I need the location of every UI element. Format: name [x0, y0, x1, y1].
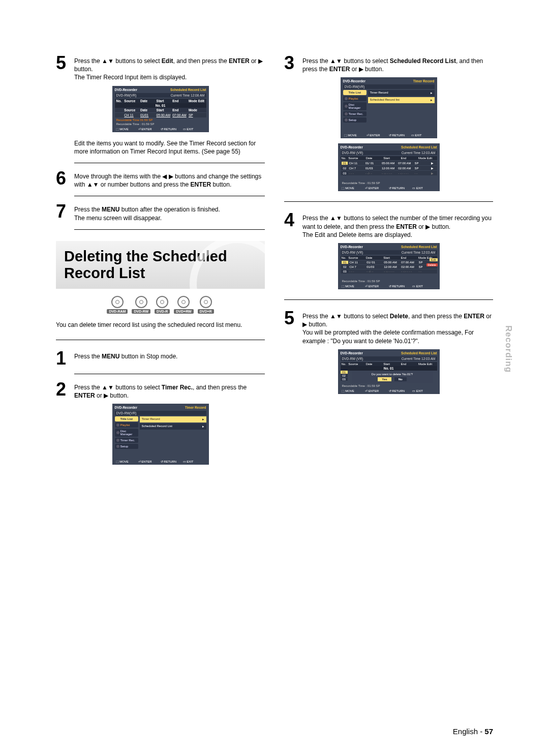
disc-type: DVD-RW (VR) [342, 151, 363, 155]
confirm-message: Do you want to delete 'No.01'? [372, 373, 413, 376]
sidebar-item-setup[interactable]: Setup [343, 117, 367, 123]
badge-dvd-r: DVD-R [155, 296, 170, 314]
osd-disc-row: DVD-RW(VR) Current Time 12:08 AM [115, 93, 206, 98]
t: buttons to select [114, 384, 162, 391]
yes-button[interactable]: Yes [378, 377, 391, 381]
t: Timer Rec. [162, 384, 193, 391]
recordable-time: Recordable Time : 01:59 SP [341, 180, 437, 185]
table-row[interactable]: 01 CH 11 01/ 01 05:00 AM 07:00 AM SP [341, 260, 437, 264]
c: Source [348, 256, 365, 259]
menu-item-timer-record[interactable]: Timer Record▸ [368, 90, 435, 96]
table-row[interactable]: 02 CH 7 01/03 12:00 AM 02:00 AM SP ▶ [341, 166, 437, 170]
play-icon: ▶ [104, 392, 108, 399]
sidebar-item-timer-rec[interactable]: Timer Rec. [343, 111, 367, 116]
updown-icon: ▲▼ [102, 57, 114, 65]
step-text: Press the ▲▼ buttons to select Delete, a… [302, 310, 493, 345]
popup-edit[interactable]: Edit [430, 258, 437, 261]
osd-footer: ⬚ MOVE ⏎ ENTER ↺ RETURN ▭ EXIT [115, 458, 206, 463]
osd-scheduled-record-input: DVD-Recorder Scheduled Record List DVD-R… [112, 86, 209, 132]
c: Date [140, 108, 157, 112]
badge-dvd-ram: DVD-RAM [107, 296, 128, 314]
osd-delete-confirm: DVD-RecorderScheduled Record List DVD-RW… [338, 349, 440, 394]
step-5: 5 Press the ▲▼ buttons to select Edit, a… [56, 55, 265, 82]
section-intro: You can delete timer record list using t… [56, 321, 265, 329]
bullet-icon [116, 445, 119, 448]
c: CH 11 [349, 162, 365, 165]
page-footer: English - 57 [453, 727, 493, 736]
play-icon: ▶ [258, 57, 263, 65]
sidebar-item-setup[interactable]: Setup [115, 444, 138, 449]
c: - -:- - - - [398, 172, 414, 175]
c: Source [124, 108, 140, 112]
disc-badges: DVD-RAM DVD-RW DVD-R DVD+RW DVD+R [56, 296, 265, 314]
label: Setup [349, 118, 357, 122]
badge-label: DVD+R [198, 309, 214, 314]
menu-item-scheduled-list[interactable]: Scheduled Record list▸ [368, 97, 435, 103]
t: buttons to select [342, 313, 390, 320]
disc-type: DVD-RW(VR) [345, 85, 365, 88]
current-time: Current Time 12:03 AM [402, 151, 436, 155]
table-row[interactable]: 01 CH 11 01/ 01 05:00 AM 07:00 AM SP ▶ [341, 161, 437, 165]
t: ENTER [464, 313, 484, 320]
sidebar-item-title-list[interactable]: Title List [115, 416, 138, 421]
t: Press the [74, 57, 102, 65]
hint-return: ↺ RETURN [389, 284, 413, 288]
sidebar-item-timer-rec[interactable]: Timer Rec. [115, 438, 138, 443]
c: No. [342, 362, 349, 366]
hint-move: ⬚ MOVE [116, 127, 138, 131]
t: buttons to select [342, 57, 390, 65]
chevron-right-icon: ▸ [202, 425, 204, 429]
t: or [250, 57, 258, 65]
hint-move: ⬚ MOVE [116, 460, 138, 463]
note-text: Edit the items you want to modify. See t… [56, 137, 265, 156]
chevron-right-icon: ▶ [431, 171, 436, 175]
current-time: Current Time 12:03 AM [402, 357, 436, 360]
step-number: 4 [284, 212, 297, 228]
sidebar-item-playlist[interactable]: Playlist [343, 96, 367, 101]
chevron-right-icon: ▸ [202, 417, 204, 421]
osd-subbar: No. 01 [115, 103, 206, 108]
row-no: 03 [341, 378, 348, 381]
t: buttons to select [114, 57, 162, 65]
chevron-right-icon: ▸ [431, 91, 433, 95]
sidebar-item-disc-manager[interactable]: Disc Manager [343, 102, 367, 110]
t: Move through the items with the [74, 173, 162, 180]
c: Start [157, 99, 173, 103]
c: 07:00 AM [401, 261, 418, 264]
updown-icon: ▲▼ [330, 313, 342, 320]
menu-item-timer-record[interactable]: Timer Record▸ [140, 416, 206, 422]
table-row[interactable]: 02 CH 7 01/03 12:00 AM 02:00 AM SP [341, 265, 437, 269]
disc-type: DVD-RW(VR) [116, 411, 137, 415]
osd-sidebar: Title List Playlist Disc Manager Timer R… [115, 416, 138, 449]
no-button[interactable]: No [394, 377, 407, 381]
c: 01/03 [367, 265, 384, 268]
c: CH 7 [349, 265, 367, 268]
divider [74, 374, 265, 374]
divider [74, 163, 265, 163]
left-column: 5 Press the ▲▼ buttons to select Edit, a… [56, 51, 265, 470]
sidebar-item-playlist[interactable]: Playlist [115, 422, 138, 428]
c: 03 [342, 270, 349, 273]
badge-label: DVD-R [155, 309, 170, 314]
popup-delete[interactable]: Delete [426, 263, 438, 266]
recordable-time: Recordable Time : 01:59 SP [115, 122, 206, 126]
disc-icon [156, 296, 168, 308]
t: Press the [74, 384, 102, 391]
t: , and then press the [173, 57, 229, 65]
table-row[interactable]: 03 - - - - -/- - - -:- - - - - -:- - - -… [341, 269, 437, 274]
table-header: No. Source Date Start End Mode Edit [341, 156, 437, 160]
menu-item-scheduled-list[interactable]: Scheduled Record List▸ [140, 424, 206, 430]
sidebar-item-title-list[interactable]: Title List [343, 90, 367, 95]
step-number: 6 [56, 170, 69, 187]
sidebar-item-disc-manager[interactable]: Disc Manager [115, 429, 138, 437]
c: - - [418, 270, 436, 273]
c: - -/- - [367, 270, 384, 273]
c: No. [116, 99, 125, 103]
confirm-dialog: Do you want to delete 'No.01'? Yes No [352, 371, 433, 383]
osd-title-bar: DVD-Recorder Scheduled Record List [115, 88, 206, 92]
t: , and then press the [193, 384, 247, 391]
step-text: Press the ▲▼ buttons to select Edit, and… [74, 55, 265, 82]
table-row[interactable]: 03 - - - - -/- - - -:- - - - - -:- - - -… [341, 171, 437, 175]
heading-text: Deleting the Scheduled Record List [64, 248, 257, 282]
disc-icon [200, 296, 212, 308]
